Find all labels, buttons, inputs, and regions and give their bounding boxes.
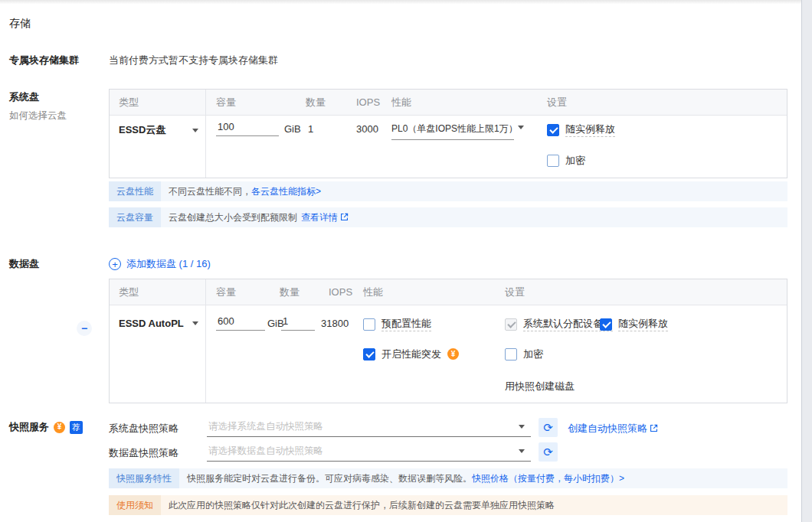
provisioned-performance-checkbox[interactable] bbox=[363, 318, 375, 331]
system-disk-label: 系统盘 bbox=[9, 90, 39, 104]
system-disk-table-header: 类型 容量 数量 IOPS 性能 设置 bbox=[110, 90, 787, 116]
add-data-disk-button[interactable]: + 添加数据盘 (1 / 16) bbox=[109, 257, 211, 271]
header-type: 类型 bbox=[119, 279, 139, 305]
column-divider bbox=[205, 279, 206, 403]
system-disk-performance-select[interactable]: PL0（单盘IOPS性能上限1万） bbox=[391, 122, 514, 140]
snapshot-feature-note: 快照服务特性 快照服务能定时对云盘进行备份。可应对病毒感染、数据误删等风险。 快… bbox=[109, 468, 787, 488]
remove-data-disk-button[interactable]: − bbox=[77, 321, 92, 336]
external-link-icon bbox=[650, 424, 658, 432]
system-disk-quantity: 1 bbox=[308, 123, 313, 135]
disk-performance-note: 云盘性能 不同云盘性能不同， 各云盘性能指标> bbox=[109, 181, 787, 201]
create-snapshot-policy-link[interactable]: 创建自动快照策略 bbox=[568, 422, 658, 436]
plus-icon: + bbox=[109, 258, 121, 270]
burst-performance-label[interactable]: 开启性能突发 bbox=[381, 347, 441, 361]
header-capacity: 容量 bbox=[216, 279, 236, 305]
snapshot-price-link[interactable]: 快照价格（按量付费，每小时扣费）> bbox=[472, 472, 624, 485]
header-quantity: 数量 bbox=[306, 90, 326, 116]
dedicated-cluster-label: 专属块存储集群 bbox=[9, 54, 79, 67]
encrypt-checkbox[interactable] bbox=[547, 155, 559, 167]
recommended-badge: 荐 bbox=[70, 421, 83, 434]
disk-performance-tag: 云盘性能 bbox=[109, 181, 161, 201]
encrypt-label[interactable]: 加密 bbox=[565, 154, 585, 167]
header-quantity: 数量 bbox=[280, 279, 300, 305]
header-settings: 设置 bbox=[505, 279, 525, 305]
refresh-icon: ⟳ bbox=[543, 445, 553, 459]
fee-icon: ¥ bbox=[447, 348, 459, 360]
caret-down-icon bbox=[518, 126, 524, 129]
system-disk-iops: 3000 bbox=[356, 123, 378, 135]
burst-performance-option: 开启性能突发 ¥ bbox=[363, 347, 459, 361]
system-disk-table: 类型 容量 数量 IOPS 性能 设置 ESSD云盘 GiB 1 3000 PL… bbox=[109, 89, 787, 178]
header-performance: 性能 bbox=[391, 90, 411, 116]
device-name-option: 系统默认分配设备名 bbox=[505, 317, 613, 331]
release-with-instance-option: 随实例释放 bbox=[547, 122, 615, 137]
data-disk-quantity-input[interactable] bbox=[281, 315, 315, 331]
caret-down-icon bbox=[519, 449, 525, 453]
header-type: 类型 bbox=[119, 90, 139, 116]
data-disk-table-header: 类型 容量 数量 IOPS 性能 设置 bbox=[110, 279, 787, 305]
header-iops: IOPS bbox=[329, 279, 352, 305]
data-release-with-instance-label[interactable]: 随实例释放 bbox=[618, 317, 668, 331]
disk-quota-tag: 云盘容量 bbox=[109, 207, 161, 227]
provisioned-performance-label[interactable]: 预配置性能 bbox=[381, 317, 431, 331]
burst-performance-checkbox[interactable] bbox=[363, 348, 375, 361]
disk-quota-note: 云盘容量 云盘创建总大小会受到配额限制 查看详情 bbox=[109, 207, 787, 227]
data-disk-label: 数据盘 bbox=[9, 257, 39, 271]
how-to-choose-disk-link[interactable]: 如何选择云盘 bbox=[9, 109, 67, 122]
data-snapshot-policy-select[interactable]: 请选择数据盘自动快照策略 bbox=[207, 442, 531, 462]
snapshot-feature-tag: 快照服务特性 bbox=[109, 468, 179, 488]
data-disk-capacity-input[interactable] bbox=[216, 315, 265, 331]
release-with-instance-label[interactable]: 随实例释放 bbox=[565, 122, 615, 137]
external-link-icon bbox=[340, 213, 349, 221]
data-encrypt-checkbox[interactable] bbox=[505, 348, 517, 361]
snapshot-service-label: 快照服务 bbox=[9, 420, 49, 434]
data-encrypt-option: 加密 bbox=[505, 347, 543, 361]
refresh-data-policy-button[interactable]: ⟳ bbox=[539, 442, 558, 462]
refresh-icon: ⟳ bbox=[543, 421, 553, 435]
data-disk-type-select[interactable]: ESSD AutoPL bbox=[119, 318, 198, 329]
release-with-instance-checkbox[interactable] bbox=[547, 124, 559, 136]
data-encrypt-label[interactable]: 加密 bbox=[523, 347, 543, 361]
capacity-unit: GiB bbox=[284, 123, 301, 135]
section-title-storage: 存储 bbox=[9, 17, 31, 31]
system-snapshot-policy-select[interactable]: 请选择系统盘自动快照策略 bbox=[207, 417, 531, 437]
page-right-rail bbox=[801, 0, 812, 522]
data-release-with-instance-checkbox[interactable] bbox=[600, 318, 612, 331]
caret-down-icon bbox=[192, 321, 198, 325]
header-settings: 设置 bbox=[547, 90, 567, 116]
provisioned-performance-option: 预配置性能 bbox=[363, 317, 431, 331]
header-iops: IOPS bbox=[356, 90, 380, 116]
top-divider bbox=[0, 0, 801, 4]
header-capacity: 容量 bbox=[216, 90, 236, 116]
snapshot-service-header: 快照服务 ¥ 荐 bbox=[9, 420, 83, 434]
caret-down-icon bbox=[519, 425, 525, 429]
data-release-with-instance-option: 随实例释放 bbox=[600, 317, 668, 331]
system-snapshot-policy-label: 系统盘快照策略 bbox=[109, 422, 178, 436]
create-disk-from-snapshot-link[interactable]: 用快照创建磁盘 bbox=[505, 380, 575, 393]
header-performance: 性能 bbox=[363, 279, 383, 305]
data-disk-iops: 31800 bbox=[321, 318, 349, 329]
system-disk-capacity-input[interactable] bbox=[216, 121, 279, 136]
usage-notice-tag: 使用须知 bbox=[109, 495, 161, 515]
caret-down-icon bbox=[192, 129, 198, 132]
disk-performance-metrics-link[interactable]: 各云盘性能指标> bbox=[251, 185, 321, 198]
device-name-checkbox[interactable] bbox=[505, 318, 517, 331]
refresh-system-policy-button[interactable]: ⟳ bbox=[539, 418, 558, 437]
minus-icon: − bbox=[81, 323, 87, 334]
fee-icon: ¥ bbox=[54, 422, 65, 433]
encrypt-option: 加密 bbox=[547, 154, 585, 167]
data-disk-table: 类型 容量 数量 IOPS 性能 设置 ESSD AutoPL GiB 3180… bbox=[109, 279, 787, 403]
system-disk-type-select[interactable]: ESSD云盘 bbox=[119, 123, 198, 137]
view-details-link[interactable]: 查看详情 bbox=[301, 211, 349, 224]
usage-notice-note: 使用须知 此次应用的快照策略仅针对此次创建的云盘进行保护，后续新创建的云盘需要单… bbox=[109, 495, 787, 515]
storage-config-panel: 存储 专属块存储集群 当前付费方式暂不支持专属块存储集群 系统盘 如何选择云盘 … bbox=[0, 0, 812, 522]
data-snapshot-policy-label: 数据盘快照策略 bbox=[109, 446, 178, 460]
column-divider bbox=[205, 90, 206, 178]
dedicated-cluster-message: 当前付费方式暂不支持专属块存储集群 bbox=[109, 54, 278, 67]
